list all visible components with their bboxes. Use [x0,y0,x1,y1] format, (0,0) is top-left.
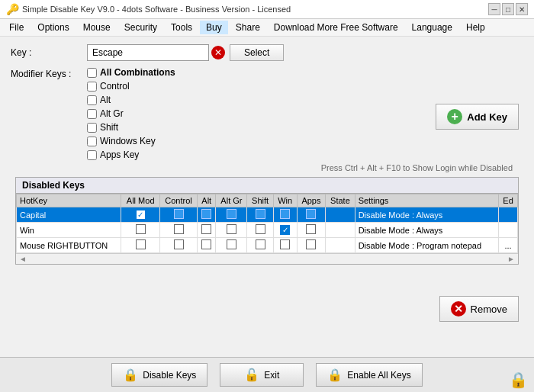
col-win: Win [273,194,297,207]
modifier-alt: Alt [87,95,175,105]
windows-checkbox[interactable] [87,137,97,146]
checkbox-unchecked [227,224,236,234]
menu-item-language[interactable]: Language [406,21,458,34]
select-button[interactable]: Select [230,44,284,61]
checkbox-unchecked [280,239,290,249]
enable-all-keys-label: Enable All Keys [347,370,410,381]
clear-key-button[interactable]: ✕ [211,46,225,59]
disable-keys-button[interactable]: 🔒 Disable Keys [111,363,207,387]
cell-win [273,238,297,253]
minimize-button[interactable]: ─ [488,3,500,15]
modifier-control: Control [87,81,175,92]
cell-alt [198,207,216,223]
checkbox-unchecked [136,224,146,234]
cell-hotkey: Capital [17,207,121,223]
app-icon: 🔑 [6,3,19,15]
cell-altgr [216,207,247,223]
checkbox-checked: ✓ [280,225,290,235]
cell-apps [297,238,326,253]
apps-label: Apps Key [100,149,139,160]
checkbox-unchecked [306,239,316,249]
control-checkbox[interactable] [87,82,97,92]
add-key-button[interactable]: + Add Key [436,104,519,130]
enable-all-keys-icon: 🔒 [327,368,343,382]
menu-item-share[interactable]: Share [230,21,266,34]
table-row[interactable]: Capital ✓ Disable Mode : Always [17,207,518,223]
checkbox-unchecked [306,224,316,234]
apps-checkbox[interactable] [87,150,97,160]
disabled-keys-section: Disabled Keys HotKey All Mod Control Alt… [15,177,519,265]
exit-button[interactable]: 🔓 Exit [220,363,304,387]
modifier-all-combinations: All Combinations [87,67,175,78]
cell-settings: Disable Mode : Program notepad [355,238,498,253]
checkbox-unchecked [306,209,316,219]
cell-allmod [121,238,160,253]
menu-item-buy[interactable]: Buy [200,21,228,34]
modifier-apps: Apps Key [87,149,175,160]
checkbox-unchecked [201,224,211,234]
footer: 🔒 Disable Keys 🔓 Exit 🔒 Enable All Keys … [0,357,534,392]
cell-alt [198,238,216,253]
col-hotkey: HotKey [17,194,121,207]
control-label: Control [100,81,130,92]
cell-win: ✓ [273,223,297,238]
key-input[interactable] [87,44,209,61]
windows-label: Windows Key [100,136,156,146]
menu-item-security[interactable]: Security [118,21,163,34]
cell-alt [198,223,216,238]
cell-altgr [216,238,247,253]
alt-checkbox[interactable] [87,95,97,105]
col-allmod: All Mod [121,194,160,207]
menu-item-download-more-free-software[interactable]: Download More Free Software [268,21,404,34]
menu-item-help[interactable]: Help [460,21,491,34]
checkbox-checked: ✓ [136,210,146,220]
checkbox-unchecked [256,239,265,249]
exit-icon: 🔓 [244,368,259,382]
altgr-checkbox[interactable] [87,109,97,119]
col-shift: Shift [247,194,273,207]
modifiers-list: All Combinations Control Alt Alt Gr Shif… [87,67,175,160]
table-row[interactable]: Win ✓ Disable Mode : Always [17,223,518,238]
cell-apps [297,207,326,223]
cell-settings: Disable Mode : Always [355,207,498,223]
modifier-shift: Shift [87,122,175,133]
table-row[interactable]: Mouse RIGHTBUTTON Disable Mode : Program… [17,238,518,253]
checkbox-unchecked [201,209,211,219]
menu-item-mouse[interactable]: Mouse [77,21,117,34]
maximize-button[interactable]: □ [502,3,514,15]
all-combinations-checkbox[interactable] [87,68,97,78]
col-apps: Apps [297,194,326,207]
modifier-altgr: Alt Gr [87,108,175,119]
window-controls[interactable]: ─ □ ✕ [488,3,528,15]
cell-altgr [216,223,247,238]
cell-shift [247,207,273,223]
checkbox-unchecked [256,224,265,234]
enable-all-keys-button[interactable]: 🔒 Enable All Keys [316,363,422,387]
cell-control [159,223,197,238]
menu-item-tools[interactable]: Tools [165,21,198,34]
checkbox-unchecked [280,209,290,219]
title-bar: 🔑 Simple Disable Key V9.0 - 4dots Softwa… [0,0,534,19]
cell-ed: ... [499,238,518,253]
checkbox-unchecked [201,239,211,249]
cell-win [273,207,297,223]
table-container[interactable]: HotKey All Mod Control Alt Alt Gr Shift … [16,194,518,253]
scroll-left-icon: ◄ [16,255,27,263]
alt-label: Alt [100,95,111,105]
menu-item-file[interactable]: File [3,21,30,34]
cell-shift [247,223,273,238]
key-label: Key : [11,47,87,58]
close-button[interactable]: ✕ [516,3,528,15]
altgr-label: Alt Gr [100,108,124,119]
cell-control [159,207,197,223]
main-content: Key : ✕ Select Modifier Keys : All Combi… [0,37,534,272]
disabled-keys-table: HotKey All Mod Control Alt Alt Gr Shift … [16,194,518,253]
hint-text: Press Ctrl + Alt + F10 to Show Login whi… [11,163,523,172]
col-alt: Alt [198,194,216,207]
disable-keys-icon: 🔒 [123,368,138,382]
shift-label: Shift [100,122,118,133]
remove-button[interactable]: ✕ Remove [439,296,519,322]
all-combinations-label: All Combinations [100,67,175,78]
menu-item-options[interactable]: Options [31,21,75,34]
shift-checkbox[interactable] [87,123,97,133]
